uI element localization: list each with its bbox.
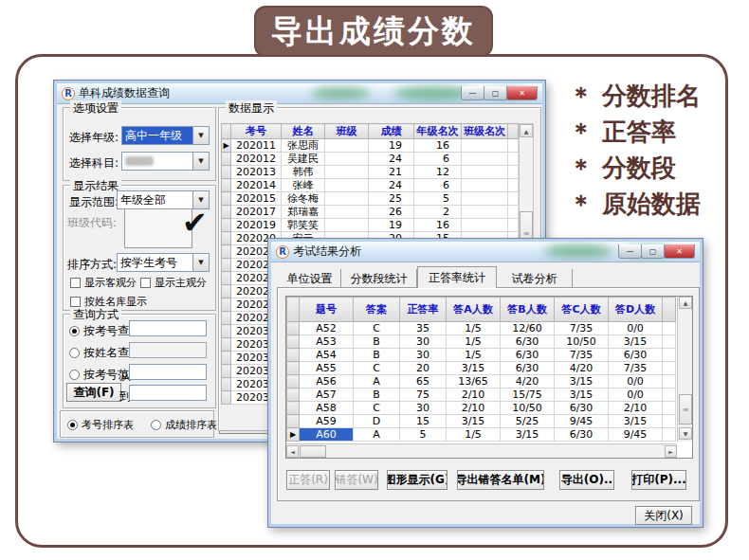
row-selector[interactable] <box>287 322 300 335</box>
row-selector[interactable] <box>222 166 231 179</box>
table-cell[interactable]: 1/5 <box>447 349 501 362</box>
scrollbar-thumb[interactable] <box>300 445 326 458</box>
range-to-input[interactable] <box>129 385 207 401</box>
column-header[interactable]: 姓名 <box>282 124 325 139</box>
subject-combobox[interactable]: ▼ <box>121 152 210 171</box>
query-window-titlebar[interactable]: R 单科成绩数据查询 — ▢ ✕ <box>57 83 542 104</box>
checkbox-icon[interactable] <box>70 297 81 307</box>
row-selector[interactable] <box>222 298 231 312</box>
checkbox-objective-score[interactable]: 显示客观分 <box>70 276 137 290</box>
row-selector[interactable] <box>222 338 231 352</box>
table-cell[interactable]: 0/0 <box>609 388 663 402</box>
table-cell[interactable]: 10/50 <box>501 402 555 415</box>
table-cell[interactable]: 3/15 <box>447 415 501 428</box>
tab-1[interactable]: 单位设置 <box>279 269 341 288</box>
table-cell[interactable]: 郑瑞嘉 <box>282 206 325 219</box>
table-cell[interactable] <box>325 179 369 192</box>
row-selector[interactable] <box>287 349 300 362</box>
table-cell[interactable]: 19 <box>369 219 414 232</box>
column-header[interactable]: 答D人数 <box>609 298 663 322</box>
row-selector[interactable] <box>222 179 231 192</box>
row-selector[interactable] <box>287 415 300 428</box>
tab-2[interactable]: 分数段统计 <box>341 269 417 288</box>
table-cell[interactable] <box>325 153 369 166</box>
row-selector[interactable] <box>222 352 231 365</box>
table-cell[interactable]: 25 <box>369 192 414 206</box>
vertical-scrollbar[interactable]: ▲ ≡ ▼ <box>677 297 692 442</box>
row-selector[interactable] <box>222 391 231 405</box>
table-cell[interactable]: 6 <box>414 153 462 166</box>
table-cell[interactable] <box>325 166 369 179</box>
table-cell[interactable]: 75 <box>400 388 447 402</box>
table-cell[interactable]: C <box>354 322 400 335</box>
table-cell[interactable]: 2 <box>414 206 462 219</box>
table-cell[interactable]: 15/75 <box>501 388 555 402</box>
row-selector[interactable] <box>222 232 231 245</box>
scroll-down-icon[interactable]: ▼ <box>679 427 692 440</box>
table-cell[interactable]: 7/35 <box>555 349 609 362</box>
analysis-button-3[interactable]: 图形显示(G) <box>387 470 448 490</box>
maximize-icon[interactable]: ▢ <box>484 86 507 100</box>
table-cell[interactable]: 2/10 <box>609 402 663 415</box>
maximize-icon[interactable]: ▢ <box>641 244 665 259</box>
table-cell[interactable]: 5 <box>414 192 462 206</box>
analysis-button-5[interactable]: 导出(O).. <box>559 470 614 490</box>
table-cell[interactable]: 1/5 <box>447 335 501 349</box>
table-cell[interactable]: 202011 <box>231 139 282 153</box>
table-cell[interactable]: 24 <box>369 179 414 192</box>
table-cell[interactable]: 21 <box>369 166 414 179</box>
column-header[interactable]: 题号 <box>300 298 354 322</box>
table-cell[interactable] <box>462 139 508 153</box>
table-cell[interactable]: 16 <box>414 219 462 232</box>
table-cell[interactable]: 3/15 <box>555 388 609 402</box>
table-cell[interactable]: A <box>354 375 400 388</box>
table-cell[interactable]: 6 <box>414 179 462 192</box>
table-cell[interactable]: 4/20 <box>555 362 609 375</box>
radio-icon[interactable] <box>67 420 78 430</box>
radio-icon[interactable] <box>69 348 80 358</box>
close-icon[interactable]: ✕ <box>664 244 695 259</box>
row-selector[interactable] <box>222 153 231 166</box>
row-selector[interactable] <box>222 206 231 219</box>
chevron-down-icon[interactable]: ▼ <box>192 254 209 271</box>
table-cell[interactable]: 0/0 <box>609 375 663 388</box>
search-name-input[interactable] <box>129 342 207 358</box>
row-selector[interactable] <box>287 362 300 375</box>
table-cell[interactable]: 20 <box>400 362 447 375</box>
table-cell[interactable]: C <box>354 402 400 415</box>
row-selector[interactable] <box>222 378 231 391</box>
table-cell[interactable]: 202017 <box>231 206 282 219</box>
close-button[interactable]: 关闭(X) <box>635 506 692 525</box>
column-header[interactable]: 年级名次 <box>414 124 462 139</box>
tab-4[interactable]: 试卷分析 <box>497 269 573 288</box>
row-selector[interactable] <box>222 285 231 298</box>
horizontal-scrollbar[interactable]: ◄ ► <box>286 443 677 458</box>
table-cell[interactable]: 30 <box>400 402 447 415</box>
analysis-button-1[interactable]: 正答(R) <box>286 470 330 490</box>
scroll-right-icon[interactable]: ► <box>665 445 677 458</box>
table-cell[interactable]: 10/50 <box>555 335 609 349</box>
table-cell[interactable]: 3/15 <box>609 415 663 428</box>
radio-icon[interactable] <box>69 326 80 336</box>
column-header[interactable]: 班级名次 <box>462 124 508 139</box>
table-cell[interactable]: 1/5 <box>447 322 501 335</box>
analysis-button-4[interactable]: 导出错答名单(M) <box>457 470 544 490</box>
table-cell[interactable]: A60 <box>300 428 354 442</box>
row-selector[interactable]: ▶ <box>222 139 231 153</box>
table-cell[interactable] <box>325 206 369 219</box>
search-id-input[interactable] <box>129 320 207 336</box>
table-cell[interactable]: 15 <box>400 415 447 428</box>
table-cell[interactable]: 13/65 <box>447 375 501 388</box>
scroll-up-icon[interactable]: ▲ <box>679 297 692 309</box>
tab-3[interactable]: 正答率统计 <box>417 266 497 288</box>
table-cell[interactable]: 5/25 <box>501 415 555 428</box>
row-selector[interactable] <box>287 388 300 402</box>
table-cell[interactable]: A58 <box>300 402 354 415</box>
table-cell[interactable]: 5 <box>400 428 447 442</box>
table-cell[interactable]: 吴建民 <box>282 153 325 166</box>
row-selector[interactable] <box>222 192 231 206</box>
table-cell[interactable]: 202013 <box>231 166 282 179</box>
row-selector[interactable] <box>222 259 231 272</box>
scroll-left-icon[interactable]: ◄ <box>286 445 299 458</box>
column-header[interactable]: 成绩 <box>369 124 414 139</box>
